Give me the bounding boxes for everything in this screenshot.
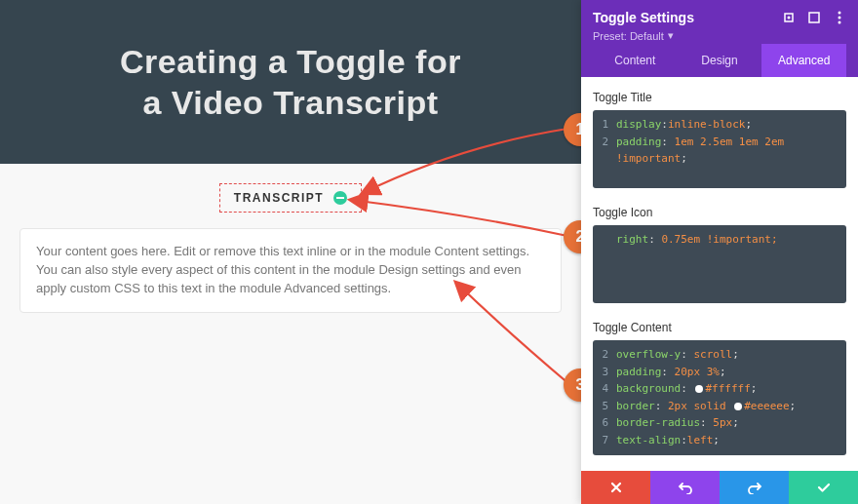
svg-point-1 xyxy=(788,17,791,19)
settings-body[interactable]: Toggle Title 1display:inline-block; 2pad… xyxy=(581,77,858,471)
more-icon[interactable] xyxy=(833,11,846,24)
undo-button[interactable] xyxy=(650,471,720,504)
page-title: Creating a Toggle for a Video Transcript xyxy=(120,41,461,124)
css-editor-toggle-icon[interactable]: right: 0.75em !important; xyxy=(593,225,846,303)
section-toggle-content-label: Toggle Content xyxy=(593,321,846,334)
settings-action-bar xyxy=(581,471,858,504)
settings-tabs: Content Design Advanced xyxy=(593,44,846,77)
hero-banner: Creating a Toggle for a Video Transcript xyxy=(0,0,581,164)
save-button[interactable] xyxy=(789,471,858,504)
preset-label: Preset: Default xyxy=(593,30,664,42)
settings-title: Toggle Settings xyxy=(593,10,694,25)
focus-icon[interactable] xyxy=(782,11,796,24)
css-editor-toggle-content[interactable]: 2overflow-y: scroll; 3padding: 20px 3%; … xyxy=(593,340,846,455)
check-icon xyxy=(816,481,832,494)
hero-line-2: a Video Transcript xyxy=(142,84,438,121)
svg-rect-2 xyxy=(809,13,819,22)
transcript-content-text: Your content goes here. Edit or remove t… xyxy=(36,244,529,295)
preset-selector[interactable]: Preset: Default ▾ xyxy=(593,29,846,42)
tab-design[interactable]: Design xyxy=(678,44,762,77)
close-icon xyxy=(609,481,623,494)
settings-header: Toggle Settings Preset: Default ▾ Conten… xyxy=(581,0,858,77)
undo-icon xyxy=(678,481,693,494)
transcript-content-box[interactable]: Your content goes here. Edit or remove t… xyxy=(20,228,562,313)
color-swatch-icon xyxy=(695,385,703,393)
section-toggle-title-label: Toggle Title xyxy=(593,91,846,104)
minus-circle-icon[interactable] xyxy=(333,191,347,205)
transcript-toggle-label: TRANSCRIPT xyxy=(234,191,324,205)
color-swatch-icon xyxy=(734,403,742,410)
cancel-button[interactable] xyxy=(581,471,650,504)
tab-advanced[interactable]: Advanced xyxy=(761,44,846,77)
hero-line-1: Creating a Toggle for xyxy=(120,43,461,80)
tab-content[interactable]: Content xyxy=(593,44,678,77)
svg-point-5 xyxy=(838,21,841,24)
chevron-down-icon: ▾ xyxy=(668,29,674,42)
transcript-toggle[interactable]: TRANSCRIPT xyxy=(219,183,362,213)
redo-button[interactable] xyxy=(720,471,789,504)
redo-icon xyxy=(747,481,762,494)
page-preview: Creating a Toggle for a Video Transcript… xyxy=(0,0,581,504)
expand-icon[interactable] xyxy=(807,11,821,24)
css-editor-toggle-title[interactable]: 1display:inline-block; 2padding: 1em 2.5… xyxy=(593,110,846,188)
svg-point-4 xyxy=(838,17,841,19)
transcript-module: TRANSCRIPT Your content goes here. Edit … xyxy=(0,164,581,323)
section-toggle-icon-label: Toggle Icon xyxy=(593,206,846,219)
settings-panel: Toggle Settings Preset: Default ▾ Conten… xyxy=(581,0,858,504)
svg-point-3 xyxy=(838,12,841,15)
